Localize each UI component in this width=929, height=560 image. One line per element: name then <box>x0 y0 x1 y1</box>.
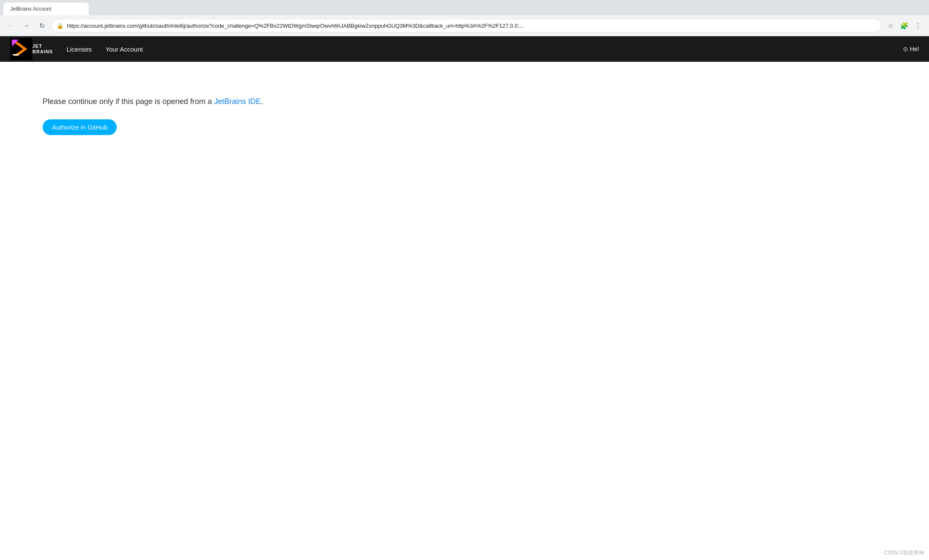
jetbrains-navbar: JET BRAINS Licenses Your Account ⊙ Hel <box>0 36 929 62</box>
help-label: Hel <box>910 46 919 52</box>
forward-button[interactable]: → <box>20 20 32 32</box>
main-message: Please continue only if this page is ope… <box>43 96 886 107</box>
tab-title: JetBrains Account <box>10 6 51 12</box>
footer-text: CSDN ©我是男神 <box>884 550 924 556</box>
page-footer: CSDN ©我是男神 <box>884 549 924 557</box>
bookmark-button[interactable]: ☆ <box>885 20 897 32</box>
address-input[interactable] <box>67 23 876 29</box>
help-circle-icon: ⊙ <box>903 46 908 52</box>
authorize-github-button[interactable]: Authorize in GitHub <box>43 119 117 135</box>
message-prefix: Please continue only if this page is ope… <box>43 97 214 106</box>
lock-icon: 🔒 <box>57 23 63 29</box>
logo-graphic <box>10 38 32 60</box>
extension-button[interactable]: 🧩 <box>898 20 910 32</box>
browser-toolbar: ← → ↻ 🔒 ☆ 🧩 ⋮ <box>0 15 929 36</box>
browser-tab[interactable]: JetBrains Account <box>3 3 89 15</box>
message-suffix: . <box>261 97 263 106</box>
back-button[interactable]: ← <box>5 20 17 32</box>
toolbar-icons: ☆ 🧩 ⋮ <box>885 20 924 32</box>
svg-rect-3 <box>13 54 19 55</box>
tab-bar: JetBrains Account <box>0 0 929 15</box>
browser-chrome: JetBrains Account ← → ↻ 🔒 ☆ 🧩 ⋮ <box>0 0 929 36</box>
jetbrains-ide-link[interactable]: JetBrains IDE <box>214 97 261 106</box>
licenses-link[interactable]: Licenses <box>66 46 92 53</box>
jetbrains-logo[interactable]: JET BRAINS <box>10 38 53 60</box>
page-content: Please continue only if this page is ope… <box>0 62 929 169</box>
refresh-button[interactable]: ↻ <box>36 20 48 32</box>
logo-text: JET BRAINS <box>32 43 53 55</box>
address-bar-container[interactable]: 🔒 <box>51 19 881 32</box>
menu-button[interactable]: ⋮ <box>912 20 924 32</box>
your-account-link[interactable]: Your Account <box>105 46 143 53</box>
nav-links: Licenses Your Account <box>66 46 143 53</box>
navbar-right: ⊙ Hel <box>903 46 919 52</box>
help-button[interactable]: ⊙ Hel <box>903 46 919 52</box>
